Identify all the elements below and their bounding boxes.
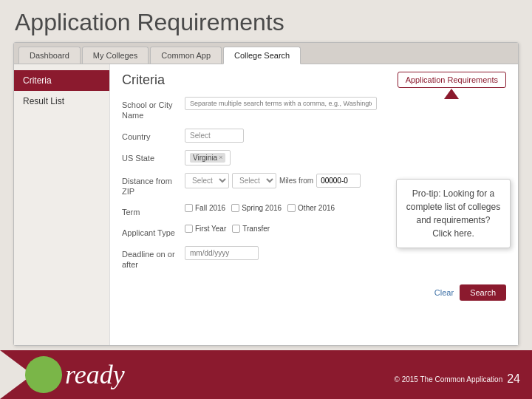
first-year-label: First Year <box>195 225 226 233</box>
bottom-bar: ready © 2015 The Common Application 24 <box>0 350 532 399</box>
first-year-checkbox[interactable] <box>185 225 193 233</box>
term-label: Term <box>122 204 185 217</box>
main-area: Criteria Result List Criteria Applicatio… <box>14 64 518 345</box>
deadline-row: Deadline on or after <box>122 246 506 270</box>
tab-my-colleges[interactable]: My Colleges <box>82 47 149 64</box>
zip-input[interactable] <box>316 174 361 188</box>
arrow-indicator <box>444 89 459 99</box>
term-spring2016[interactable]: Spring 2016 <box>231 204 282 212</box>
country-control: Select <box>185 129 506 143</box>
tab-dashboard[interactable]: Dashboard <box>18 47 81 64</box>
panel-title: Criteria <box>122 72 165 88</box>
applicant-first-year[interactable]: First Year <box>185 225 226 233</box>
browser-frame: Dashboard My Colleges Common App College… <box>13 42 519 346</box>
school-label: School or City Name <box>122 97 185 121</box>
term-spring2016-checkbox[interactable] <box>231 204 239 212</box>
transfer-checkbox[interactable] <box>232 225 240 233</box>
term-fall2016-label: Fall 2016 <box>195 204 225 212</box>
term-fall2016[interactable]: Fall 2016 <box>185 204 225 212</box>
country-label: Country <box>122 129 185 142</box>
sidebar: Criteria Result List <box>14 64 110 345</box>
us-state-tag-input[interactable]: Virginia × <box>185 150 231 166</box>
sidebar-item-criteria[interactable]: Criteria <box>14 70 109 91</box>
panel-header: Criteria Application Requirements <box>122 72 506 88</box>
distance-select-2[interactable]: Select <box>232 173 276 188</box>
sidebar-item-result-list[interactable]: Result List <box>14 91 109 112</box>
panel-footer: Clear Search <box>122 280 506 301</box>
tab-bar: Dashboard My Colleges Common App College… <box>14 43 518 64</box>
term-fall2016-checkbox[interactable] <box>185 204 193 212</box>
distance-label: Distance from ZIP <box>122 173 185 197</box>
transfer-label: Transfer <box>242 225 270 233</box>
tab-common-app[interactable]: Common App <box>150 47 222 64</box>
app-req-button[interactable]: Application Requirements <box>398 72 506 88</box>
term-other2016-checkbox[interactable] <box>287 204 296 212</box>
us-state-row: US State Virginia × <box>122 150 506 166</box>
term-other2016-label: Other 2016 <box>298 204 335 212</box>
tab-college-search[interactable]: College Search <box>223 47 301 64</box>
protip-box[interactable]: Pro-tip: Looking for a complete list of … <box>396 179 511 248</box>
ready-text: ready <box>65 359 125 390</box>
clear-button[interactable]: Clear <box>434 288 454 297</box>
miles-from-label: Miles from <box>279 177 313 185</box>
applicant-label: Applicant Type <box>122 225 185 238</box>
footer-right: © 2015 The Common Application 24 <box>394 372 520 386</box>
distance-select-1[interactable]: Select <box>185 173 229 188</box>
page-title: Application Requirements <box>0 0 532 42</box>
applicant-transfer[interactable]: Transfer <box>232 225 270 233</box>
term-other2016[interactable]: Other 2016 <box>287 204 335 212</box>
deadline-label: Deadline on or after <box>122 246 185 270</box>
content-panel: Criteria Application Requirements School… <box>110 64 518 345</box>
ready-circle <box>25 356 62 393</box>
school-row: School or City Name <box>122 97 506 121</box>
us-state-label: US State <box>122 150 185 163</box>
country-select[interactable]: Select <box>185 129 244 143</box>
term-spring2016-label: Spring 2016 <box>242 204 282 212</box>
virginia-tag-remove[interactable]: × <box>219 154 222 161</box>
copyright-text: © 2015 The Common Application <box>394 375 502 383</box>
page-number: 24 <box>507 372 520 386</box>
school-input[interactable] <box>185 97 377 110</box>
search-button[interactable]: Search <box>460 284 506 301</box>
us-state-control: Virginia × <box>185 150 506 166</box>
country-row: Country Select <box>122 129 506 143</box>
deadline-input[interactable] <box>185 246 259 260</box>
virginia-tag: Virginia × <box>190 153 225 163</box>
protip-text: Pro-tip: Looking for a complete list of … <box>406 188 500 239</box>
